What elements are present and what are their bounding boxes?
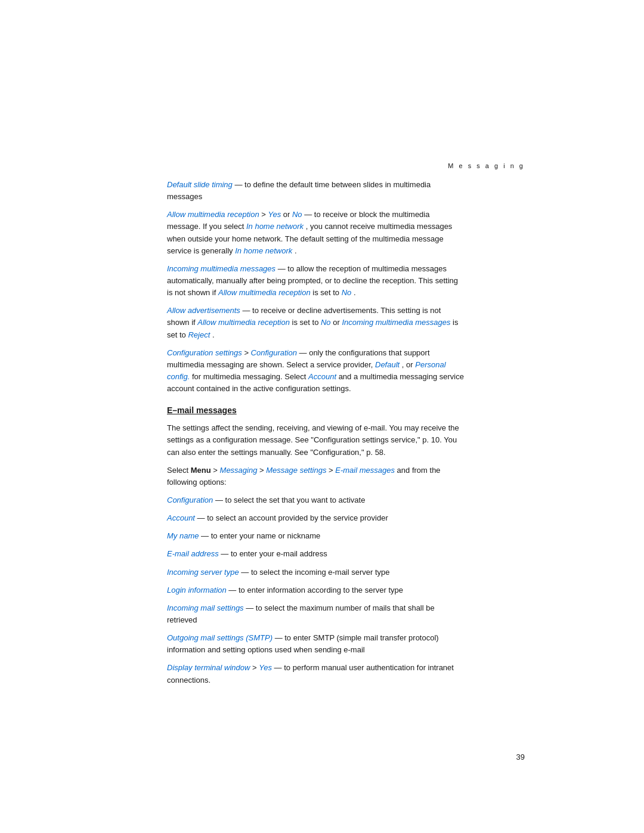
allow-multimedia-paragraph: Allow multimedia reception > Yes or No —…	[167, 209, 465, 257]
config-text3: for multimedia messaging. Select	[192, 372, 308, 381]
config-arrow: >	[244, 348, 250, 357]
incoming-multimedia-link[interactable]: Incoming multi­media messages	[167, 264, 275, 273]
arrow3: >	[329, 466, 335, 475]
allow-multimedia-ref-link2[interactable]: Allow multimedia reception	[197, 318, 290, 327]
email-item-outgoing: Outgoing mail settings (SMTP) — to enter…	[167, 632, 465, 656]
yes-option: Yes	[268, 210, 281, 219]
item-server-type-link[interactable]: Incoming server type	[167, 568, 239, 577]
item-terminal-yes: Yes	[259, 663, 272, 672]
email-item-myname: My name — to enter your name or nickname	[167, 530, 465, 542]
email-heading-text: E–mail messages	[167, 405, 237, 415]
arrow2: >	[259, 466, 266, 475]
configuration-link[interactable]: Configuration	[251, 348, 297, 357]
account-link[interactable]: Account	[308, 372, 336, 381]
item-account-text: — to select an account provided by the s…	[197, 513, 388, 522]
allow-multimedia-period: .	[295, 246, 297, 255]
chapter-title: M e s s a g i n g	[448, 162, 525, 169]
email-section-heading: E–mail messages	[167, 405, 465, 415]
content-area: Default slide timing — to define the def…	[167, 179, 465, 692]
item-myname-text: — to enter your name or nickname	[201, 531, 320, 540]
item-address-text: — to enter your e-mail address	[221, 549, 327, 558]
item-server-type-text: — to select the incoming e-mail server t…	[241, 568, 389, 577]
no-option3: No	[321, 318, 331, 327]
default-slide-paragraph: Default slide timing — to define the def…	[167, 179, 465, 203]
item-myname-link[interactable]: My name	[167, 531, 199, 540]
allow-multimedia-ref-link[interactable]: Allow multimedia reception	[218, 288, 311, 297]
no-option1: No	[292, 210, 302, 219]
email-intro-text: The settings affect the sending, receivi…	[167, 423, 459, 456]
or-text2: or	[333, 318, 342, 327]
item-configuration-text: — to select the set that you want to act…	[215, 496, 365, 504]
incoming-multimedia-text2: is set to	[312, 288, 341, 297]
configuration-settings-link[interactable]: Configuration settings	[167, 348, 242, 357]
item-address-link[interactable]: E-mail address	[167, 549, 219, 558]
allow-multimedia-link[interactable]: Allow multimedia reception	[167, 210, 259, 219]
email-item-incoming-mail: Incoming mail settings — to select the m…	[167, 602, 465, 626]
email-item-login: Login information — to enter information…	[167, 584, 465, 596]
page-container: M e s s a g i n g Default slide timing —…	[0, 0, 644, 833]
allow-multimedia-text1: >	[261, 210, 268, 219]
select-menu-paragraph: Select Menu > Messaging > Message settin…	[167, 465, 465, 488]
item-terminal-link[interactable]: Display terminal window	[167, 663, 250, 672]
item-account-link[interactable]: Account	[167, 513, 195, 522]
email-item-address: E-mail address — to enter your e-mail ad…	[167, 548, 465, 560]
item-incoming-mail-link[interactable]: Incoming mail settings	[167, 603, 244, 612]
allow-advertisements-link[interactable]: Allow advertisements	[167, 306, 240, 315]
select-prefix: Select	[167, 466, 191, 475]
page-header: M e s s a g i n g	[448, 161, 525, 170]
page-number: 39	[516, 753, 525, 761]
default-link[interactable]: Default	[375, 360, 400, 369]
no-option2: No	[342, 288, 352, 297]
default-slide-link[interactable]: Default slide timing	[167, 180, 233, 189]
or-text1: or	[283, 210, 292, 219]
arrow1: >	[213, 466, 219, 475]
item-configuration-link[interactable]: Configuration	[167, 496, 213, 504]
item-login-text: — to enter information according to the …	[228, 586, 403, 594]
email-messages-link[interactable]: E-mail messages	[335, 466, 395, 475]
menu-bold: Menu	[191, 466, 211, 475]
incoming-multimedia-ref-link[interactable]: Incoming multi­media messages	[342, 318, 450, 327]
reject-link[interactable]: Reject	[188, 330, 210, 339]
email-item-configuration: Configuration — to select the set that y…	[167, 494, 465, 506]
allow-advertisements-period: .	[212, 330, 215, 339]
messaging-link[interactable]: Messaging	[220, 466, 258, 475]
allow-advertisements-text2: is set to	[292, 318, 321, 327]
email-items-list: Configuration — to select the set that y…	[167, 494, 465, 686]
email-item-terminal: Display terminal window > Yes — to perfo…	[167, 662, 465, 686]
allow-advertisements-paragraph: Allow advertisements — to receive or dec…	[167, 305, 465, 340]
email-item-account: Account — to select an account provided …	[167, 512, 465, 524]
item-terminal-arrow: >	[252, 663, 259, 672]
configuration-settings-paragraph: Configuration settings > Configuration —…	[167, 347, 465, 395]
item-login-link[interactable]: Login information	[167, 586, 227, 594]
email-intro-paragraph: The settings affect the sending, receivi…	[167, 422, 465, 458]
email-item-server-type: Incoming server type — to select the inc…	[167, 566, 465, 578]
in-home-network-link2[interactable]: In home network	[235, 246, 292, 255]
incoming-multimedia-period: .	[354, 288, 356, 297]
config-text2: , or	[402, 360, 415, 369]
message-settings-link[interactable]: Message settings	[266, 466, 326, 475]
incoming-multimedia-paragraph: Incoming multi­media messages — to allow…	[167, 263, 465, 299]
item-outgoing-link[interactable]: Outgoing mail settings (SMTP)	[167, 633, 273, 642]
in-home-network-link1[interactable]: In home network	[246, 222, 304, 231]
